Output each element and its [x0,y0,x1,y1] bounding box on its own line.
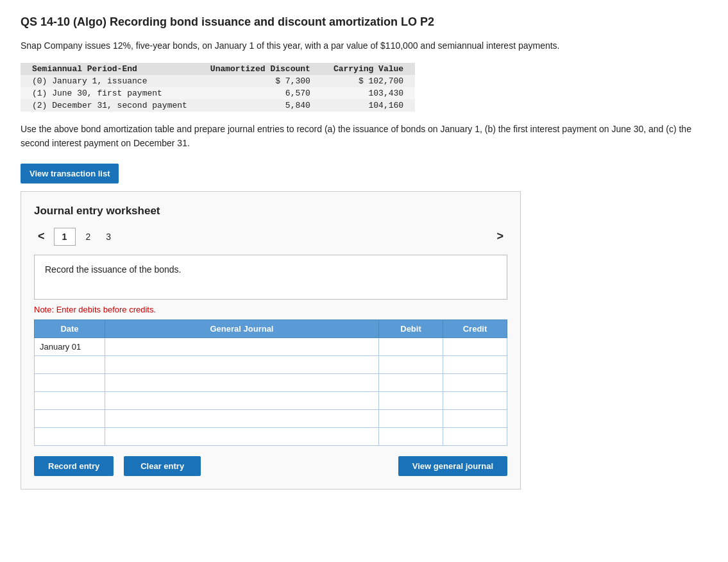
journal-row-3 [35,391,507,409]
debit-input-4[interactable] [379,410,443,427]
tab-2[interactable]: 2 [81,230,96,243]
use-text: Use the above bond amortization table an… [21,122,707,151]
credit-cell-4[interactable] [443,409,507,427]
credit-input-1[interactable] [443,356,507,373]
note-text: Note: Enter debits before credits. [34,305,507,314]
amort-discount-0: $ 7,300 [199,75,322,87]
debit-cell-2[interactable] [379,373,443,391]
amort-carrying-0: $ 102,700 [322,75,415,87]
journal-cell-3[interactable] [105,391,379,409]
next-tab-button[interactable]: > [493,228,507,244]
debit-cell-4[interactable] [379,409,443,427]
debit-input-3[interactable] [379,392,443,409]
th-date: Date [35,319,105,337]
instruction-box: Record the issuance of the bonds. [34,255,507,300]
debit-input-2[interactable] [379,374,443,391]
amort-period-0: (0) January 1, issuance [21,75,199,87]
journal-input-1[interactable] [105,356,378,373]
debit-cell-0[interactable] [379,337,443,355]
credit-cell-0[interactable] [443,337,507,355]
debit-cell-5[interactable] [379,427,443,445]
amort-carrying-2: 104,160 [322,99,415,112]
amort-period-2: (2) December 31, second payment [21,99,199,112]
tabs-navigation: < 1 2 3 > [34,228,507,246]
journal-cell-0[interactable] [105,337,379,355]
date-cell-4 [35,409,105,427]
amort-discount-2: 5,840 [199,99,322,112]
debit-cell-3[interactable] [379,391,443,409]
journal-input-0[interactable] [105,338,378,355]
credit-cell-5[interactable] [443,427,507,445]
debit-input-1[interactable] [379,356,443,373]
th-debit: Debit [379,319,443,337]
journal-cell-5[interactable] [105,427,379,445]
amort-row-2: (2) December 31, second payment 5,840 10… [21,99,415,112]
worksheet-title: Journal entry worksheet [34,205,507,217]
journal-row-1 [35,355,507,373]
credit-cell-2[interactable] [443,373,507,391]
amort-discount-1: 6,570 [199,87,322,99]
journal-cell-1[interactable] [105,355,379,373]
credit-input-0[interactable] [443,338,507,355]
amort-period-1: (1) June 30, first payment [21,87,199,99]
instruction-text: Record the issuance of the bonds. [45,264,181,275]
date-cell-3 [35,391,105,409]
journal-row-5 [35,427,507,445]
bottom-buttons: Record entry Clear entry View general jo… [34,456,507,476]
view-transaction-button[interactable]: View transaction list [21,164,119,183]
amort-header-carrying: Carrying Value [322,63,415,75]
active-tab-box[interactable]: 1 [54,228,76,246]
view-general-journal-button[interactable]: View general journal [398,456,507,476]
credit-input-5[interactable] [443,428,507,445]
credit-input-2[interactable] [443,374,507,391]
worksheet-container: Journal entry worksheet < 1 2 3 > Record… [21,191,521,490]
debit-cell-1[interactable] [379,355,443,373]
date-cell-5 [35,427,105,445]
journal-input-2[interactable] [105,374,378,391]
credit-input-3[interactable] [443,392,507,409]
journal-input-3[interactable] [105,392,378,409]
record-entry-button[interactable]: Record entry [34,456,114,476]
journal-table: Date General Journal Debit Credit Januar… [34,319,507,446]
amortization-table: Semiannual Period-End Unamortized Discou… [21,63,415,112]
credit-cell-3[interactable] [443,391,507,409]
th-general-journal: General Journal [105,319,379,337]
date-cell-2 [35,373,105,391]
th-credit: Credit [443,319,507,337]
journal-row-0: January 01 [35,337,507,355]
debit-input-0[interactable] [379,338,443,355]
amort-row-1: (1) June 30, first payment 6,570 103,430 [21,87,415,99]
journal-cell-2[interactable] [105,373,379,391]
debit-input-5[interactable] [379,428,443,445]
amort-header-period: Semiannual Period-End [21,63,199,75]
credit-input-4[interactable] [443,410,507,427]
journal-row-4 [35,409,507,427]
journal-input-4[interactable] [105,410,378,427]
amort-header-discount: Unamortized Discount [199,63,322,75]
amort-row-0: (0) January 1, issuance $ 7,300 $ 102,70… [21,75,415,87]
date-cell-0: January 01 [35,337,105,355]
date-cell-1 [35,355,105,373]
intro-text: Snap Company issues 12%, five-year bonds… [21,39,707,53]
tab-3[interactable]: 3 [101,230,116,243]
prev-tab-button[interactable]: < [34,228,49,244]
journal-cell-4[interactable] [105,409,379,427]
clear-entry-button[interactable]: Clear entry [124,456,201,476]
journal-row-2 [35,373,507,391]
page-title: QS 14-10 (Algo) Recording bond issuance … [21,15,707,29]
active-tab-label: 1 [62,232,67,242]
journal-input-5[interactable] [105,428,378,445]
amort-carrying-1: 103,430 [322,87,415,99]
credit-cell-1[interactable] [443,355,507,373]
